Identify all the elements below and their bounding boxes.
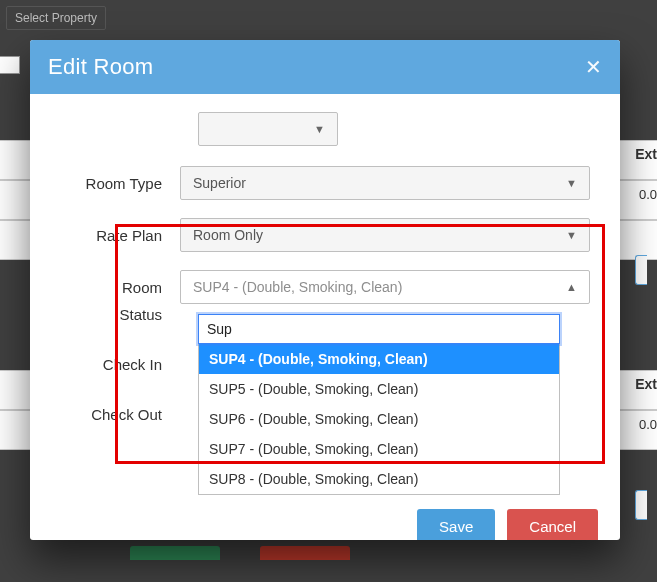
bg-button-fragment [635,255,647,285]
modal-title: Edit Room [48,54,153,80]
room-selected-value: SUP4 - (Double, Smoking, Clean) [193,279,402,295]
checkin-label: Check In [60,339,180,389]
bg-button-fragment [260,546,350,560]
room-combobox: SUP4 - (Double, Smoking, Clean) SUP5 - (… [198,314,560,495]
rate-plan-value: Room Only [193,227,263,243]
chevron-down-icon: ▼ [566,229,577,241]
chevron-up-icon: ▲ [566,281,577,293]
room-option-list: SUP4 - (Double, Smoking, Clean) SUP5 - (… [198,344,560,495]
bg-button-fragment [635,490,647,520]
room-option[interactable]: SUP5 - (Double, Smoking, Clean) [199,374,559,404]
chevron-down-icon: ▼ [566,177,577,189]
close-icon[interactable]: ✕ [585,55,602,79]
modal-header: Edit Room ✕ [30,40,620,94]
quantity-select[interactable]: ▼ [198,112,338,146]
room-option[interactable]: SUP6 - (Double, Smoking, Clean) [199,404,559,434]
status-label: Status [60,289,180,339]
side-labels: Status Check In Check Out [60,289,180,439]
bg-ext-header: Ext [635,370,657,398]
modal-footer: Save Cancel [30,495,620,540]
room-search-input[interactable] [198,314,560,344]
rate-plan-select[interactable]: Room Only ▼ [180,218,590,252]
chevron-down-icon: ▼ [314,123,325,135]
room-select[interactable]: SUP4 - (Double, Smoking, Clean) ▲ [180,270,590,304]
select-property-button[interactable]: Select Property [6,6,106,30]
checkout-label: Check Out [60,389,180,439]
modal-body: ▼ Room Type Superior ▼ Rate Plan Room On… [30,94,620,495]
room-option[interactable]: SUP4 - (Double, Smoking, Clean) [199,344,559,374]
edit-room-modal: Edit Room ✕ ▼ Room Type Superior ▼ Rate … [30,40,620,540]
save-button[interactable]: Save [417,509,495,540]
bg-ext-value: 0.0 [639,410,657,438]
room-type-select[interactable]: Superior ▼ [180,166,590,200]
room-option[interactable]: SUP7 - (Double, Smoking, Clean) [199,434,559,464]
room-type-label: Room Type [60,175,180,192]
bg-tab-fragment [0,56,20,74]
room-type-value: Superior [193,175,246,191]
cancel-button[interactable]: Cancel [507,509,598,540]
bg-ext-value: 0.0 [639,180,657,208]
room-option[interactable]: SUP8 - (Double, Smoking, Clean) [199,464,559,494]
rate-plan-label: Rate Plan [60,227,180,244]
bg-ext-header: Ext [635,140,657,168]
bg-button-fragment [130,546,220,560]
